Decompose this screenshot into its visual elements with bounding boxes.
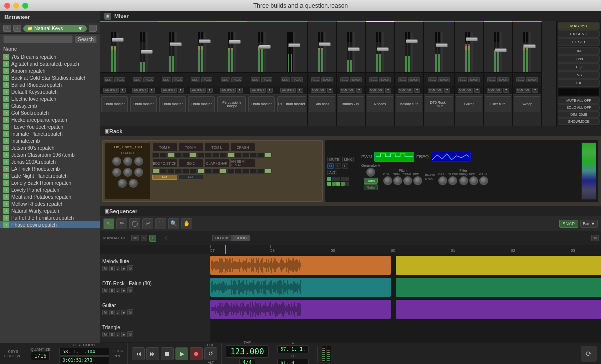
odf-knob[interactable] <box>383 176 392 185</box>
clip-1-1[interactable] <box>396 278 601 297</box>
lane-ctrl-2[interactable]: ♪ <box>116 288 121 293</box>
browser-item[interactable]: ♪Lovely Planet.repatch <box>0 186 100 193</box>
lane-ctrl-3[interactable]: ● <box>121 310 126 315</box>
seg-btn[interactable]: SEG <box>516 77 526 82</box>
assign-9[interactable] <box>341 182 345 186</box>
step-b1[interactable] <box>152 169 159 174</box>
pitch-knob[interactable] <box>112 157 121 166</box>
browser-item[interactable]: ♪LA Thick Rhodes.cmb <box>0 165 100 172</box>
assign-1[interactable] <box>327 177 331 181</box>
lane-ctrl-4[interactable]: ◎ <box>127 287 133 293</box>
zoom-in-button[interactable]: 🔍 <box>168 218 179 229</box>
output-btn[interactable]: ▼ <box>474 88 480 93</box>
browser-item[interactable]: ♪Default Keys.repatch <box>0 88 100 95</box>
lane-ctrl-4[interactable]: ◎ <box>127 309 133 315</box>
crash-pad[interactable]: CRASH <box>230 143 255 152</box>
lane-content-3[interactable] <box>210 320 601 342</box>
block-button[interactable]: BLOCK <box>212 235 232 241</box>
output-btn[interactable]: OUTPUT <box>132 88 148 93</box>
step-b7[interactable] <box>197 169 204 174</box>
folder-pill[interactable]: 📁 Natural Keys ▼ <box>23 25 87 32</box>
output-btn[interactable]: ▼ <box>297 88 303 93</box>
channel-name-9[interactable]: Rhodes <box>367 96 393 112</box>
browser-item[interactable]: ♪Meat and Potatoes.repatch <box>0 193 100 200</box>
step-b16[interactable] <box>265 169 272 174</box>
search-input[interactable] <box>3 35 73 43</box>
step-b11[interactable] <box>227 169 234 174</box>
fx-set-button[interactable]: FX SET <box>558 38 600 46</box>
channel-name-3[interactable]: Drum master <box>188 96 215 112</box>
browser-item[interactable]: ♪Agitatet and Saturated.repatch <box>0 60 100 67</box>
step-13[interactable] <box>242 153 249 158</box>
ratio-btn-2[interactable]: Ratio <box>364 184 378 190</box>
rewind-button[interactable]: ⏮ <box>132 347 145 360</box>
channel-name-7[interactable]: Sub bass <box>309 96 335 112</box>
ratio-btn-1[interactable]: Ratio <box>364 178 378 184</box>
step-b6[interactable] <box>190 169 197 174</box>
step-b2[interactable] <box>160 169 167 174</box>
lane-ctrl-4[interactable]: ◎ <box>127 331 133 337</box>
link-ctrl[interactable]: LINK <box>342 157 354 162</box>
output-btn[interactable]: OUTPUT <box>250 88 266 93</box>
level-knob[interactable] <box>129 179 138 188</box>
sd2-pad[interactable]: SD 2 <box>178 159 203 168</box>
lane-ctrl-2[interactable]: ♪ <box>116 332 121 337</box>
channel-fader-12[interactable] <box>471 32 473 72</box>
dim-button[interactable]: DIM -20dB <box>558 111 600 118</box>
lane-ctrl-0[interactable]: M <box>102 288 108 293</box>
tempo-display[interactable]: 123.000 <box>226 345 268 358</box>
bus-fx-knob[interactable] <box>123 157 132 166</box>
channel-fader-13[interactable] <box>500 32 502 72</box>
gain-knob[interactable] <box>479 176 488 185</box>
step-14[interactable] <box>250 153 257 158</box>
tom-m-pad[interactable]: TOM M <box>178 143 203 152</box>
channel-fader-8[interactable] <box>353 32 355 72</box>
lane-ctrl-0[interactable]: M <box>102 332 108 337</box>
record-button[interactable]: ⏺ <box>190 347 203 360</box>
e-ctrl[interactable]: E <box>335 163 341 169</box>
clip-0-1[interactable] <box>396 256 601 275</box>
clip-0-0[interactable] <box>210 256 391 275</box>
browser-item[interactable]: ♪Intimate Planet.repatch <box>0 130 100 137</box>
output-btn[interactable]: ▼ <box>149 88 155 93</box>
close-button[interactable] <box>4 3 10 9</box>
scissors-tool-button[interactable]: ✂ <box>142 218 153 229</box>
step-16[interactable] <box>265 153 272 158</box>
channel-fader-5[interactable] <box>264 32 266 72</box>
seg-btn[interactable]: SEG <box>428 77 438 82</box>
m-button-right[interactable]: M <box>591 235 599 241</box>
browser-item[interactable]: ♪Ballad Rhodes.repatch <box>0 81 100 88</box>
output-btn[interactable]: OUTPUT <box>340 88 355 93</box>
kbd-knob[interactable] <box>413 176 422 185</box>
filter-freq-knob[interactable] <box>459 176 468 185</box>
seg-btn[interactable]: SEG <box>340 77 350 82</box>
output-btn[interactable]: ▼ <box>414 88 420 93</box>
bar-select[interactable]: Bar ▼ <box>580 220 598 228</box>
rack-btn[interactable]: RACK <box>468 77 480 82</box>
rack-btn[interactable]: RACK <box>201 77 213 82</box>
clip-1-0[interactable] <box>210 278 391 297</box>
lane-ctrl-3[interactable]: ● <box>121 288 126 293</box>
lane-ctrl-2[interactable]: ♪ <box>116 310 121 315</box>
browser-item[interactable]: ♪Phase down.repatch <box>0 221 100 228</box>
browser-item[interactable]: ♪Mellow Rhodes.repatch <box>0 200 100 207</box>
seg-btn[interactable]: SEG <box>369 77 379 82</box>
rack-btn[interactable]: RACK <box>497 77 509 82</box>
seg-btn[interactable]: SEG <box>191 77 200 82</box>
browser-item[interactable]: ♪Airborn.repatch <box>0 67 100 74</box>
hh-pad[interactable]: HH SEMI OPEN <box>230 159 255 168</box>
browser-file-list[interactable]: ♪70s Dreams.repatch♪Agitatet and Saturat… <box>0 53 100 350</box>
seg-btn[interactable]: SEG <box>311 77 321 82</box>
output-btn[interactable]: ▼ <box>356 88 362 93</box>
assign-2[interactable] <box>332 177 336 181</box>
channel-name-13[interactable]: Filler flute <box>485 96 511 112</box>
seg-btn[interactable]: SEG <box>251 77 260 82</box>
lane-ctrl-1[interactable]: S <box>109 288 115 293</box>
channel-fader-0[interactable] <box>117 32 119 72</box>
browser-item[interactable]: ♪Intimate.cmb <box>0 137 100 144</box>
channel-name-1[interactable]: Drum master <box>130 96 157 112</box>
browser-item[interactable]: ♪Jonas 200A.repatch <box>0 158 100 165</box>
fx-button[interactable]: FX <box>558 79 600 87</box>
browser-item[interactable]: ♪I Love You Joel.repatch <box>0 123 100 130</box>
channel-name-12[interactable]: Guitar <box>456 96 482 112</box>
